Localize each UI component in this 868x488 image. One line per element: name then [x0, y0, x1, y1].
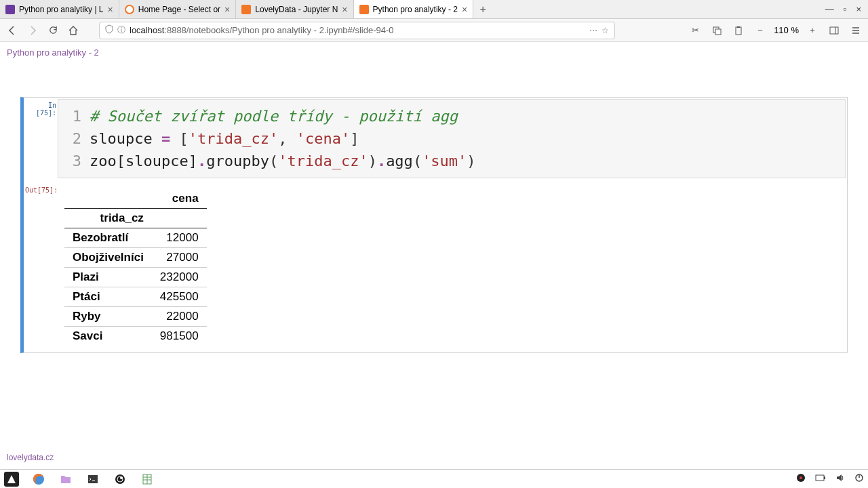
- reload-button[interactable]: [45, 22, 61, 39]
- tab-favicon-icon: [125, 5, 134, 14]
- sidebar-icon[interactable]: [826, 22, 842, 39]
- minimize-icon[interactable]: —: [825, 4, 834, 14]
- code-editor[interactable]: 1# Součet zvířat podle třídy - použití a…: [58, 99, 846, 178]
- tray-volume-icon[interactable]: [835, 473, 845, 485]
- home-icon: [68, 25, 79, 36]
- browser-tab[interactable]: Home Page - Select or ×: [119, 0, 237, 18]
- index-name: trida_cz: [64, 209, 152, 228]
- svg-rect-3: [737, 26, 740, 28]
- zoom-level: 110 %: [774, 25, 799, 35]
- os-taskbar: [0, 469, 868, 488]
- output-prompt: Out[75]:: [25, 184, 58, 351]
- line-number: 3: [65, 150, 81, 172]
- table-row: Savci981500: [64, 327, 207, 346]
- svg-rect-1: [715, 29, 721, 35]
- zoom-out-button[interactable]: −: [752, 22, 768, 39]
- shield-icon: [105, 24, 113, 36]
- files-icon[interactable]: [58, 472, 73, 487]
- window-close-icon[interactable]: ×: [856, 4, 861, 14]
- cut-icon[interactable]: ✂: [687, 22, 703, 39]
- table-row: Ryby22000: [64, 307, 207, 327]
- browser-tab[interactable]: LovelyData - Jupyter N ×: [236, 0, 353, 18]
- url-input[interactable]: ⓘ localhost:8888/notebooks/Python pro an…: [99, 22, 615, 39]
- tray-battery-icon[interactable]: [815, 474, 826, 484]
- dataframe-table: cena trida_cz Bezobratlí12000 Obojživeln…: [64, 189, 207, 346]
- svg-rect-20: [816, 475, 824, 481]
- home-button[interactable]: [65, 22, 81, 39]
- svg-point-13: [120, 476, 123, 479]
- copy-icon[interactable]: [709, 22, 725, 39]
- column-header: cena: [152, 189, 207, 209]
- bookmark-icon[interactable]: ☆: [601, 26, 609, 35]
- spreadsheet-icon[interactable]: [140, 472, 155, 487]
- ellipsis-icon[interactable]: ⋯: [589, 26, 597, 35]
- table-row: Plazi232000: [64, 268, 207, 287]
- table-row: Ptáci425500: [64, 287, 207, 307]
- tab-label: Python pro analytiky | L: [19, 5, 104, 14]
- browser-tab-bar: Python pro analytiky | L × Home Page - S…: [0, 0, 868, 19]
- svg-rect-4: [830, 27, 838, 34]
- arrow-right-icon: [27, 25, 38, 36]
- maximize-icon[interactable]: ▫: [844, 4, 847, 14]
- tab-label: Home Page - Select or: [138, 5, 220, 14]
- back-button[interactable]: [4, 22, 20, 39]
- slide-title: Python pro analytiky - 2: [0, 42, 868, 63]
- tab-favicon-icon: [241, 5, 251, 14]
- svg-rect-2: [736, 27, 741, 35]
- input-prompt: In [75]:: [25, 99, 58, 178]
- close-icon[interactable]: ×: [462, 4, 467, 15]
- table-row: Bezobratlí12000: [64, 228, 207, 248]
- hamburger-icon: [851, 26, 861, 35]
- line-number: 1: [65, 105, 81, 127]
- code-cell[interactable]: In [75]: 1# Součet zvířat podle třídy - …: [20, 97, 848, 353]
- tab-label: Python pro analytiky - 2: [373, 5, 458, 14]
- window-controls: — ▫ ×: [825, 0, 868, 18]
- paste-icon[interactable]: [730, 22, 747, 39]
- tray-power-icon[interactable]: [854, 473, 864, 485]
- close-icon[interactable]: ×: [342, 4, 347, 15]
- svg-rect-21: [824, 476, 825, 479]
- obs-icon[interactable]: [113, 472, 127, 487]
- info-icon: ⓘ: [117, 24, 125, 36]
- forward-button[interactable]: [24, 22, 41, 39]
- browser-tab[interactable]: Python pro analytiky | L ×: [0, 0, 119, 18]
- tab-favicon-icon: [5, 5, 15, 14]
- svg-point-11: [115, 474, 125, 484]
- slide-content: In [75]: 1# Součet zvířat podle třídy - …: [0, 63, 868, 353]
- reload-icon: [48, 25, 58, 35]
- arrow-left-icon: [7, 25, 18, 36]
- url-text: localhost:8888/notebooks/Python pro anal…: [130, 25, 394, 35]
- zoom-in-button[interactable]: +: [804, 22, 821, 39]
- svg-rect-10: [88, 475, 98, 483]
- terminal-icon[interactable]: [85, 472, 100, 487]
- tab-label: LovelyData - Jupyter N: [255, 5, 338, 14]
- tab-favicon-icon: [359, 5, 369, 14]
- browser-toolbar: ⓘ localhost:8888/notebooks/Python pro an…: [0, 19, 868, 42]
- close-icon[interactable]: ×: [224, 4, 230, 15]
- slide-footer: lovelydata.cz: [7, 453, 54, 462]
- firefox-icon[interactable]: [31, 472, 46, 487]
- new-tab-button[interactable]: +: [473, 0, 492, 18]
- start-icon[interactable]: [4, 472, 19, 487]
- svg-point-19: [800, 476, 802, 479]
- tray-record-icon[interactable]: [796, 473, 806, 485]
- menu-button[interactable]: [848, 22, 864, 39]
- cell-output: cena trida_cz Bezobratlí12000 Obojživeln…: [58, 184, 846, 351]
- table-row: Obojživelníci27000: [64, 248, 207, 268]
- line-number: 2: [65, 127, 81, 150]
- close-icon[interactable]: ×: [108, 4, 113, 15]
- browser-tab-active[interactable]: Python pro analytiky - 2 ×: [354, 0, 474, 18]
